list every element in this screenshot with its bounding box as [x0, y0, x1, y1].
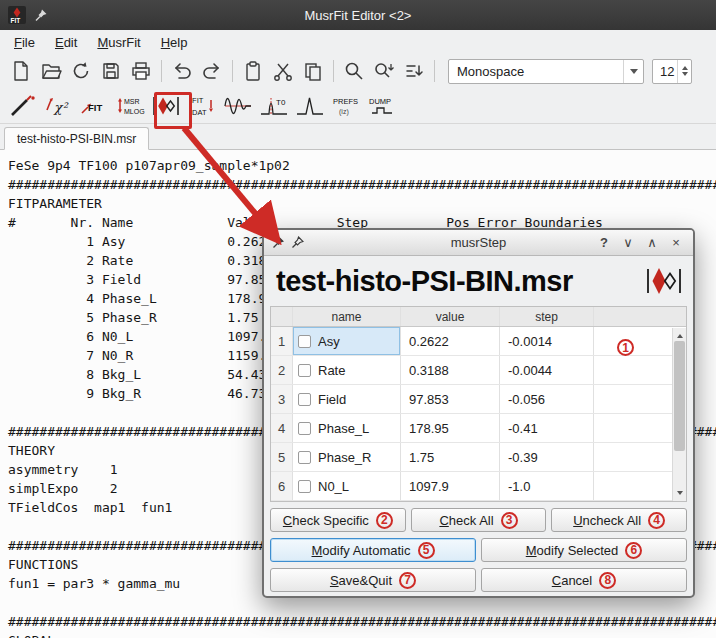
reload-icon[interactable]	[66, 57, 96, 85]
modify-selected-button[interactable]: Modify Selected 6	[481, 538, 687, 562]
value-cell[interactable]: 178.95	[401, 414, 500, 442]
value-cell[interactable]: 1.75	[401, 443, 500, 471]
row-checkbox[interactable]	[298, 451, 311, 464]
shade-up-icon[interactable]: ∧	[643, 235, 661, 250]
annotation-highlight-box	[154, 92, 192, 129]
menu-file[interactable]: File	[6, 33, 43, 52]
t0-icon[interactable]: T0	[258, 90, 290, 122]
step-cell[interactable]: -0.0014	[500, 327, 594, 355]
row-checkbox[interactable]	[298, 480, 311, 493]
goto-line-icon[interactable]	[399, 57, 429, 85]
search-icon[interactable]	[339, 57, 369, 85]
dump-icon[interactable]: DUMP	[366, 90, 398, 122]
undo-icon[interactable]	[167, 57, 197, 85]
shade-down-icon[interactable]: ∨	[619, 235, 637, 250]
table-scrollbar[interactable]	[672, 328, 686, 501]
value-cell[interactable]: 0.2622	[401, 327, 500, 355]
uncheck-all-button[interactable]: Uncheck All 4	[551, 508, 687, 532]
print-icon[interactable]	[126, 57, 156, 85]
modify-automatic-button[interactable]: Modify Automatic 5	[270, 538, 476, 562]
scroll-down-icon[interactable]	[673, 488, 687, 501]
annotation-5: 5	[418, 542, 435, 559]
table-row[interactable]: 5 Phase_R 1.75 -0.39	[271, 443, 686, 472]
table-row[interactable]: 6 N0_L 1097.9 -1.0	[271, 472, 686, 501]
row-number: 6	[271, 472, 293, 500]
param-name: Field	[318, 392, 346, 407]
row-checkbox[interactable]	[298, 364, 311, 377]
menu-help[interactable]: Help	[153, 33, 196, 52]
font-size-value: 12	[660, 64, 674, 79]
value-cell[interactable]: 97.853	[401, 385, 500, 413]
step-cell[interactable]: -0.0044	[500, 356, 594, 384]
menu-musrfit[interactable]: MusrFit	[89, 33, 148, 52]
dialog-titlebar[interactable]: musrStep ? ∨ ∧ ×	[264, 230, 693, 256]
main-toolbar: Monospace 12	[0, 54, 716, 88]
font-family-select[interactable]: Monospace	[448, 59, 644, 84]
header-name[interactable]: name	[293, 307, 401, 326]
svg-text:PREFS: PREFS	[333, 97, 358, 106]
step-cell[interactable]: -0.39	[500, 443, 594, 471]
chevron-down-icon[interactable]	[623, 60, 643, 83]
row-checkbox[interactable]	[298, 335, 311, 348]
cut-icon[interactable]	[268, 57, 298, 85]
step-cell[interactable]: -0.41	[500, 414, 594, 442]
step-cell[interactable]: -1.0	[500, 472, 594, 500]
menu-edit[interactable]: Edit	[47, 33, 85, 52]
editor-line: GLOBAL	[8, 631, 708, 638]
musrwiz-icon[interactable]	[6, 90, 38, 122]
copy-icon[interactable]	[298, 57, 328, 85]
fourier-icon[interactable]	[294, 90, 326, 122]
svg-text:FIT: FIT	[88, 102, 102, 113]
svg-text:MSR: MSR	[124, 98, 140, 105]
cancel-button[interactable]: Cancel 8	[481, 568, 687, 592]
annotation-6: 6	[625, 542, 642, 559]
check-all-button[interactable]: Check All 3	[411, 508, 547, 532]
value-cell[interactable]: 1097.9	[401, 472, 500, 500]
table-row[interactable]: 3 Field 97.853 -0.056	[271, 385, 686, 414]
chisq-only-icon[interactable]: χ²	[42, 90, 74, 122]
paste-icon[interactable]	[238, 57, 268, 85]
find-next-icon[interactable]	[369, 57, 399, 85]
header-step[interactable]: step	[500, 307, 594, 326]
redo-icon[interactable]	[197, 57, 227, 85]
msr2mlog-icon[interactable]: MSRMLOG	[114, 90, 146, 122]
help-button[interactable]: ?	[595, 235, 613, 250]
window-titlebar[interactable]: FIT MusrFit Editor <2>	[0, 0, 716, 30]
header-row-number	[271, 307, 293, 326]
pin-icon-2[interactable]	[291, 236, 304, 249]
asymmetry-plot-icon[interactable]	[222, 90, 254, 122]
fit-icon[interactable]: FIT	[78, 90, 110, 122]
svg-text:MLOG: MLOG	[124, 108, 145, 115]
table-row[interactable]: 4 Phase_L 178.95 -0.41	[271, 414, 686, 443]
check-specific-button[interactable]: Check Specific 2	[270, 508, 406, 532]
tab-msr-file[interactable]: test-histo-PSI-BIN.msr	[4, 127, 149, 150]
svg-text:DUMP: DUMP	[369, 97, 391, 106]
open-folder-icon[interactable]	[36, 57, 66, 85]
annotation-1: 1	[617, 339, 634, 356]
param-name: Rate	[318, 363, 345, 378]
tabbar: test-histo-PSI-BIN.msr	[0, 124, 716, 150]
step-cell[interactable]: -0.056	[500, 385, 594, 413]
prefs-icon[interactable]: PREFS(iz)	[330, 90, 362, 122]
header-value[interactable]: value	[401, 307, 500, 326]
save-quit-button[interactable]: Save&Quit 7	[270, 568, 476, 592]
font-size-stepper[interactable]: 12	[652, 59, 692, 84]
header-extra	[594, 307, 686, 326]
pin-icon[interactable]	[272, 236, 285, 249]
annotation-7: 7	[399, 572, 416, 589]
row-checkbox[interactable]	[298, 393, 311, 406]
stepper-arrows[interactable]	[677, 60, 691, 83]
menubar: File Edit MusrFit Help	[0, 30, 716, 54]
scroll-up-icon[interactable]	[673, 328, 687, 341]
save-icon[interactable]	[96, 57, 126, 85]
new-file-icon[interactable]	[6, 57, 36, 85]
scrollbar-thumb[interactable]	[674, 341, 685, 451]
param-name: Phase_R	[318, 450, 371, 465]
row-checkbox[interactable]	[298, 422, 311, 435]
modify-button-row: Modify Automatic 5 Modify Selected 6	[270, 538, 687, 562]
name-cell: N0_L	[293, 472, 401, 500]
close-icon[interactable]: ×	[667, 235, 685, 250]
table-row[interactable]: 2 Rate 0.3188 -0.0044	[271, 356, 686, 385]
dialog-heading-row: test-histo-PSI-BIN.msr	[264, 256, 693, 306]
value-cell[interactable]: 0.3188	[401, 356, 500, 384]
